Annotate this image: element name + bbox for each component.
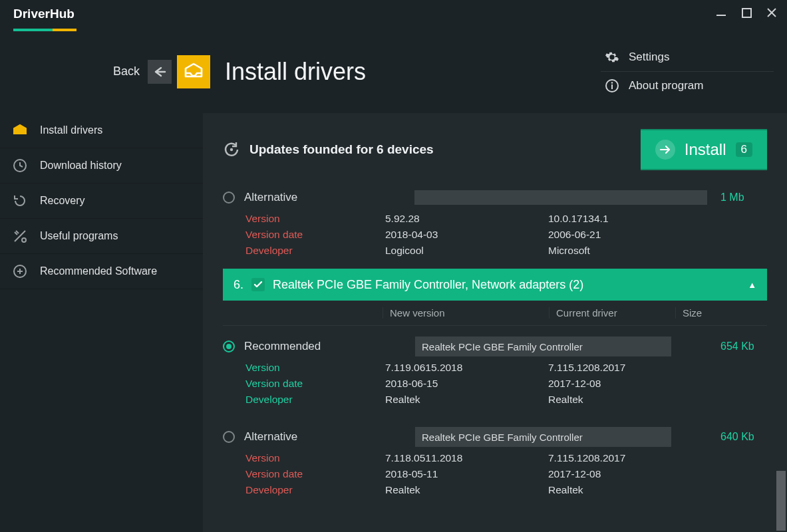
install-arrow-icon — [655, 140, 675, 160]
col-current-driver: Current driver — [549, 307, 675, 319]
new-version: 7.118.0511.2018 — [385, 452, 548, 464]
cur-dev: Realtek — [548, 394, 711, 406]
sidebar-item-label: Download history — [40, 160, 122, 172]
cur-dev: Microsoft — [548, 245, 711, 257]
cur-date: 2017-12-08 — [548, 468, 711, 480]
columns-header: New version Current driver Size — [223, 301, 767, 326]
settings-link[interactable]: Settings — [601, 43, 774, 72]
new-version: 5.92.28 — [385, 213, 548, 225]
maximize-button[interactable] — [740, 7, 752, 19]
svg-rect-1 — [742, 9, 751, 17]
sidebar-item-download-history[interactable]: Download history — [0, 148, 203, 184]
sidebar-item-label: Useful programs — [40, 230, 118, 242]
status-text: Updates founded for 6 devices — [249, 142, 434, 157]
option-label: Alternative — [244, 430, 297, 444]
close-button[interactable] — [766, 7, 778, 19]
cur-dev: Realtek — [548, 484, 711, 496]
group-number: 6. — [234, 278, 243, 292]
sidebar-item-install-drivers[interactable]: Install drivers — [0, 113, 203, 148]
size-value: 1 Mb — [720, 192, 767, 203]
svg-point-5 — [611, 82, 613, 84]
label-developer: Developer — [245, 484, 385, 496]
label-version: Version — [245, 213, 385, 225]
page-title: Install drivers — [225, 58, 366, 86]
svg-rect-6 — [611, 84, 613, 89]
tools-icon — [12, 228, 28, 244]
size-value: 640 Kb — [720, 431, 767, 443]
size-value: 654 Kb — [720, 340, 767, 352]
restore-icon — [12, 193, 28, 209]
sidebar-item-useful-programs[interactable]: Useful programs — [0, 219, 203, 254]
info-icon — [605, 78, 619, 93]
inbox-icon — [12, 122, 28, 138]
new-date: 2018-04-03 — [385, 229, 548, 241]
new-date: 2018-05-11 — [385, 468, 548, 480]
group-title: Realtek PCIe GBE Family Controller, Netw… — [273, 278, 583, 292]
install-label: Install — [685, 140, 726, 159]
page-icon-inbox — [177, 55, 210, 88]
label-version-date: Version date — [245, 468, 385, 480]
group-checkbox[interactable] — [251, 278, 265, 291]
gear-icon — [605, 50, 619, 65]
new-dev: Realtek — [385, 484, 548, 496]
new-dev: Realtek — [385, 394, 548, 406]
minimize-button[interactable] — [715, 7, 727, 19]
app-brand: DriverHub — [13, 7, 75, 24]
cur-date: 2006-06-21 — [548, 229, 711, 241]
radio-alternative-prev[interactable] — [223, 192, 235, 203]
sidebar-item-recommended-software[interactable]: Recommended Software — [0, 254, 203, 289]
install-button[interactable]: Install 6 — [641, 129, 767, 170]
cur-version: 7.115.1208.2017 — [548, 452, 711, 464]
label-version-date: Version date — [245, 378, 385, 390]
scrollbar-thumb[interactable] — [776, 471, 786, 531]
col-new-version: New version — [383, 307, 549, 319]
sidebar-item-label: Install drivers — [40, 124, 102, 136]
settings-label: Settings — [629, 51, 669, 64]
col-spacer — [223, 307, 383, 319]
install-count-badge: 6 — [736, 142, 752, 157]
new-dev: Logicool — [385, 245, 548, 257]
collapse-icon: ▲ — [748, 280, 756, 290]
svg-point-10 — [230, 148, 233, 151]
label-version: Version — [245, 452, 385, 464]
driver-name-field: Realtek PCIe GBE Family Controller — [415, 336, 671, 356]
radio-recommended[interactable] — [223, 340, 235, 352]
new-date: 2018-06-15 — [385, 378, 548, 390]
option-label: Alternative — [244, 191, 297, 204]
add-circle-icon — [12, 263, 28, 279]
cur-version: 7.115.1208.2017 — [548, 362, 711, 374]
window-controls — [715, 7, 778, 19]
svg-point-8 — [22, 238, 26, 242]
label-version: Version — [245, 362, 385, 374]
cur-version: 10.0.17134.1 — [548, 213, 711, 225]
sidebar-item-label: Recovery — [40, 195, 85, 207]
radio-alternative[interactable] — [223, 431, 235, 443]
about-link[interactable]: About program — [601, 72, 774, 100]
label-developer: Developer — [245, 394, 385, 406]
driver-list-scroll[interactable]: Alternative 1 Mb Version 5.92.28 10.0.17… — [203, 186, 787, 532]
driver-group-header[interactable]: 6. Realtek PCIe GBE Family Controller, N… — [223, 269, 767, 301]
col-size: Size — [675, 307, 767, 319]
sidebar: Install drivers Download history Recover… — [0, 113, 203, 532]
sidebar-item-label: Recommended Software — [40, 265, 157, 277]
back-button[interactable] — [148, 60, 172, 84]
clock-icon — [12, 158, 28, 174]
cur-date: 2017-12-08 — [548, 378, 711, 390]
new-version: 7.119.0615.2018 — [385, 362, 548, 374]
label-developer: Developer — [245, 245, 385, 257]
label-version-date: Version date — [245, 229, 385, 241]
progress-bar — [414, 190, 707, 205]
driver-name-field: Realtek PCIe GBE Family Controller — [415, 427, 671, 447]
about-label: About program — [629, 79, 703, 92]
refresh-icon — [223, 141, 240, 158]
option-label: Recommended — [244, 340, 321, 353]
sidebar-item-recovery[interactable]: Recovery — [0, 184, 203, 219]
back-label: Back — [113, 65, 140, 78]
